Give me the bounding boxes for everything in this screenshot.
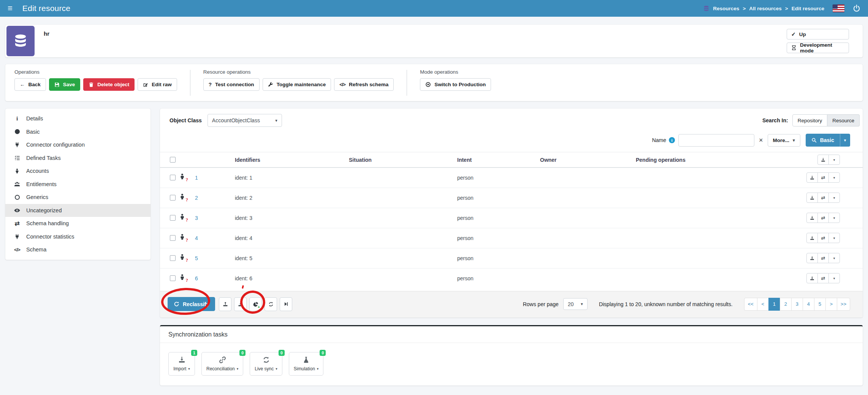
import-task-button[interactable]: 1 Import▾: [168, 352, 195, 376]
breadcrumb-all-resources[interactable]: All resources: [749, 6, 782, 11]
row-menu-button[interactable]: ▾: [828, 193, 840, 203]
column-header-identifiers[interactable]: Identifiers: [233, 152, 347, 167]
sidebar-item-connector-configuration[interactable]: Connector configuration: [5, 138, 150, 152]
reclassify-button[interactable]: Reclassify: [168, 297, 215, 311]
page-1-button[interactable]: 1: [768, 298, 780, 311]
shadows-panel: Object Class AccountObjectClass ▾ Search…: [160, 109, 863, 318]
page-next-button[interactable]: >: [825, 298, 837, 311]
cell-identifiers: ident: 4: [233, 228, 347, 248]
cell-intent: person: [456, 248, 539, 268]
basic-search-button[interactable]: Basic: [806, 134, 840, 147]
row-download-button[interactable]: [806, 253, 818, 263]
page-first-button[interactable]: <<: [744, 298, 757, 311]
refresh-schema-button[interactable]: </> Refresh schema: [334, 78, 394, 91]
row-change-owner-button[interactable]: ⇄: [817, 172, 829, 183]
select-all-checkbox[interactable]: [170, 157, 176, 163]
row-menu-button[interactable]: ▾: [828, 233, 840, 243]
export-table-button[interactable]: [817, 155, 829, 165]
row-checkbox[interactable]: [170, 215, 176, 221]
object-class-select[interactable]: AccountObjectClass ▾: [207, 114, 282, 127]
row-download-button[interactable]: [806, 172, 818, 183]
row-download-button[interactable]: [806, 273, 818, 283]
column-header-owner[interactable]: Owner: [539, 152, 634, 167]
row-change-owner-button[interactable]: ⇄: [817, 273, 829, 283]
export-dropdown-button[interactable]: ▾: [828, 155, 840, 165]
row-change-owner-button[interactable]: ⇄: [817, 213, 829, 223]
row-download-button[interactable]: [806, 213, 818, 223]
locale-flag-us[interactable]: [833, 5, 844, 12]
row-checkbox[interactable]: [170, 275, 176, 281]
breadcrumb-resources[interactable]: Resources: [713, 6, 739, 11]
mode-badge-development: Development mode: [787, 43, 849, 53]
save-button[interactable]: Save: [49, 78, 81, 91]
row-change-owner-button[interactable]: ⇄: [817, 253, 829, 263]
column-header-intent[interactable]: Intent: [456, 152, 539, 167]
chevron-down-icon: ▾: [793, 138, 795, 143]
row-menu-button[interactable]: ▾: [828, 213, 840, 223]
row-checkbox[interactable]: [170, 195, 176, 201]
row-change-owner-button[interactable]: ⇄: [817, 233, 829, 243]
row-checkbox[interactable]: [170, 175, 176, 180]
shadow-link[interactable]: 4: [195, 235, 198, 241]
more-filters-button[interactable]: More... ▾: [768, 134, 800, 147]
sidebar-item-basic[interactable]: Basic: [5, 125, 150, 139]
page-2-button[interactable]: 2: [780, 298, 792, 311]
plug-icon: [13, 142, 21, 147]
shadow-link[interactable]: 3: [195, 215, 198, 221]
refresh-table-button[interactable]: [265, 297, 277, 311]
sidebar-item-uncategorized[interactable]: Uncategorized: [5, 204, 150, 217]
sidebar-item-schema[interactable]: </> Schema: [5, 243, 150, 256]
cell-identifiers: ident: 3: [233, 208, 347, 228]
row-menu-button[interactable]: ▾: [828, 253, 840, 263]
back-button[interactable]: ← Back: [14, 78, 46, 91]
sidebar-item-accounts[interactable]: Accounts: [5, 164, 150, 178]
live-sync-task-button[interactable]: 0 Live sync▾: [250, 352, 282, 376]
rows-per-page-select[interactable]: 20 ▾: [563, 298, 588, 310]
edit-raw-button[interactable]: Edit raw: [138, 78, 177, 91]
search-in-resource-button[interactable]: Resource: [827, 114, 860, 126]
row-menu-button[interactable]: ▾: [828, 172, 840, 183]
search-in-repository-button[interactable]: Repository: [792, 114, 828, 126]
name-search-input[interactable]: [678, 134, 754, 147]
page-last-button[interactable]: >>: [837, 298, 850, 311]
import-icon: [178, 356, 185, 363]
row-download-button[interactable]: [806, 233, 818, 243]
menu-toggle-icon[interactable]: ≡: [8, 4, 13, 13]
page-4-button[interactable]: 4: [803, 298, 814, 311]
delete-object-button[interactable]: Delete object: [83, 78, 135, 91]
row-change-owner-button[interactable]: ⇄: [817, 193, 829, 203]
sidebar-item-entitlements[interactable]: Entitlements: [5, 178, 150, 191]
column-header-situation[interactable]: Situation: [347, 152, 456, 167]
page-prev-button[interactable]: <: [757, 298, 769, 311]
reconciliation-task-button[interactable]: 0 Reconciliation▾: [201, 352, 243, 376]
search-mode-dropdown[interactable]: ▾: [840, 134, 850, 147]
sidebar-item-defined-tasks[interactable]: Defined Tasks: [5, 152, 150, 165]
download-shadow-button[interactable]: [234, 297, 247, 311]
row-menu-button[interactable]: ▾: [828, 273, 840, 283]
sidebar-item-generics[interactable]: Generics: [5, 191, 150, 204]
sidebar-item-schema-handling[interactable]: ⇄ Schema handling: [5, 217, 150, 230]
page-5-button[interactable]: 5: [814, 298, 826, 311]
logout-power-icon[interactable]: [853, 5, 860, 12]
page-3-button[interactable]: 3: [791, 298, 803, 311]
shadow-link[interactable]: 1: [195, 175, 198, 181]
column-header-pending[interactable]: Pending operations: [634, 152, 802, 167]
shadow-link[interactable]: 2: [195, 195, 198, 201]
row-checkbox[interactable]: [170, 235, 176, 241]
shadow-link[interactable]: 6: [195, 275, 198, 281]
toggle-maintenance-button[interactable]: Toggle maintenance: [263, 78, 331, 91]
question-icon: ?: [209, 82, 212, 87]
sidebar-item-connector-statistics[interactable]: Connector statistics: [5, 230, 150, 243]
simulation-task-button[interactable]: 0 Simulation▾: [289, 352, 324, 376]
test-connection-button[interactable]: ? Test connection: [203, 78, 260, 91]
info-icon[interactable]: i: [669, 137, 675, 143]
row-checkbox[interactable]: [170, 255, 176, 261]
switch-to-production-button[interactable]: Switch to Production: [420, 78, 491, 91]
import-shadow-button[interactable]: [219, 297, 231, 311]
create-report-button[interactable]: +: [249, 297, 262, 311]
clear-search-button[interactable]: ×: [758, 137, 764, 144]
row-download-button[interactable]: [806, 193, 818, 203]
shadow-link[interactable]: 5: [195, 255, 198, 261]
resume-paging-button[interactable]: [280, 297, 292, 311]
sidebar-item-details[interactable]: i Details: [5, 112, 150, 125]
